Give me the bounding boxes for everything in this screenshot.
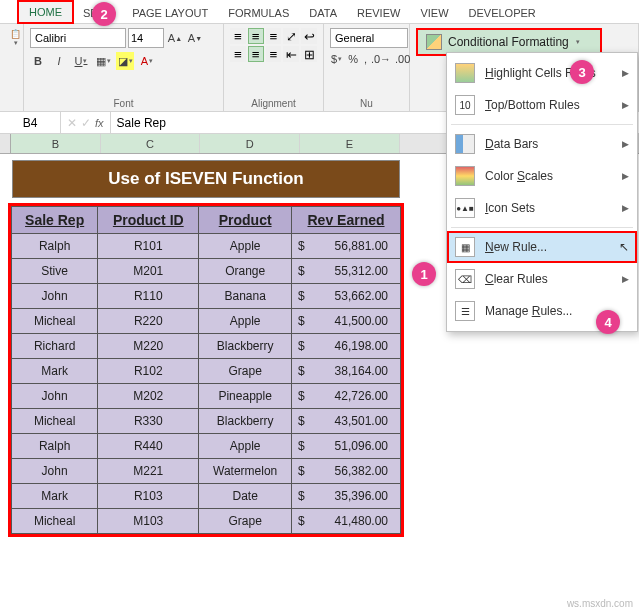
cell-revenue[interactable]: $56,881.00 (292, 234, 401, 259)
cell[interactable]: Ralph (12, 434, 98, 459)
decrease-indent-button[interactable]: ⇤ (283, 46, 299, 62)
table-row[interactable]: MarkR103Date$35,396.00 (12, 484, 401, 509)
paste-button[interactable]: 📋▾ (6, 28, 24, 68)
cell-revenue[interactable]: $35,396.00 (292, 484, 401, 509)
cell[interactable]: M201 (98, 259, 199, 284)
col-header-c[interactable]: C (101, 134, 201, 153)
table-row[interactable]: MichealR220Apple$41,500.00 (12, 309, 401, 334)
cell-revenue[interactable]: $56,382.00 (292, 459, 401, 484)
increase-decimal-button[interactable]: .0→ (372, 50, 390, 68)
tab-developer[interactable]: DEVELOPER (459, 3, 546, 23)
cell[interactable]: Date (199, 484, 292, 509)
font-size-select[interactable] (128, 28, 164, 48)
merge-button[interactable]: ⊞ (301, 46, 317, 62)
cell[interactable]: Pineapple (199, 384, 292, 409)
tab-data[interactable]: DATA (299, 3, 347, 23)
font-color-button[interactable]: A▾ (138, 52, 156, 70)
tab-view[interactable]: VIEW (410, 3, 458, 23)
border-button[interactable]: ▦▾ (94, 52, 112, 70)
cell[interactable]: Micheal (12, 309, 98, 334)
tab-home[interactable]: HOME (18, 1, 73, 23)
enter-icon[interactable]: ✓ (81, 116, 91, 130)
italic-button[interactable]: I (50, 52, 68, 70)
table-row[interactable]: StiveM201Orange$55,312.00 (12, 259, 401, 284)
align-bottom-button[interactable]: ≡ (266, 28, 282, 44)
cell[interactable]: Micheal (12, 509, 98, 534)
cell[interactable]: Ralph (12, 234, 98, 259)
menu-color-scales[interactable]: Color Scales ▶ (447, 160, 637, 192)
cell[interactable]: Stive (12, 259, 98, 284)
menu-data-bars[interactable]: Data Bars ▶ (447, 128, 637, 160)
cell[interactable]: R101 (98, 234, 199, 259)
cell[interactable]: R440 (98, 434, 199, 459)
cell[interactable]: Blackberry (199, 334, 292, 359)
align-top-button[interactable]: ≡ (230, 28, 246, 44)
table-row[interactable]: RalphR101Apple$56,881.00 (12, 234, 401, 259)
menu-highlight-rules[interactable]: Highlight Cells Rules ▶ (447, 57, 637, 89)
select-all-corner[interactable] (0, 134, 11, 153)
cell[interactable]: John (12, 384, 98, 409)
cell[interactable]: Apple (199, 309, 292, 334)
cell[interactable]: Apple (199, 434, 292, 459)
cell[interactable]: Banana (199, 284, 292, 309)
col-header-b[interactable]: B (11, 134, 101, 153)
table-row[interactable]: RalphR440Apple$51,096.00 (12, 434, 401, 459)
cell[interactable]: John (12, 284, 98, 309)
cell-revenue[interactable]: $41,500.00 (292, 309, 401, 334)
font-name-select[interactable] (30, 28, 126, 48)
cell[interactable]: Blackberry (199, 409, 292, 434)
cell[interactable]: Mark (12, 484, 98, 509)
tab-review[interactable]: REVIEW (347, 3, 410, 23)
name-box[interactable] (0, 114, 60, 132)
currency-button[interactable]: $▾ (330, 50, 343, 68)
fill-color-button[interactable]: ◪▾ (116, 52, 134, 70)
cell[interactable]: Micheal (12, 409, 98, 434)
fx-icon[interactable]: fx (95, 117, 104, 129)
bold-button[interactable]: B (30, 53, 46, 69)
selected-range[interactable]: Sale Rep Product ID Product Rev Earned R… (11, 206, 401, 534)
menu-topbottom-rules[interactable]: 10 Top/Bottom Rules ▶ (447, 89, 637, 121)
cell[interactable]: R102 (98, 359, 199, 384)
align-middle-button[interactable]: ≡ (248, 28, 264, 44)
table-row[interactable]: MichealR330Blackberry$43,501.00 (12, 409, 401, 434)
menu-icon-sets[interactable]: ●▲■ Icon Sets ▶ (447, 192, 637, 224)
percent-button[interactable]: % (347, 50, 359, 68)
cell[interactable]: M202 (98, 384, 199, 409)
col-header-d[interactable]: D (200, 134, 300, 153)
number-format-select[interactable] (330, 28, 408, 48)
orientation-button[interactable]: ⤢ (283, 28, 299, 44)
table-row[interactable]: JohnM221Watermelon$56,382.00 (12, 459, 401, 484)
comma-button[interactable]: , (363, 50, 368, 68)
decrease-font-button[interactable]: A▼ (186, 29, 204, 47)
table-row[interactable]: RichardM220Blackberry$46,198.00 (12, 334, 401, 359)
cell-revenue[interactable]: $38,164.00 (292, 359, 401, 384)
cell-revenue[interactable]: $55,312.00 (292, 259, 401, 284)
menu-new-rule[interactable]: ▦ New Rule... ↖ (447, 231, 637, 263)
cell-revenue[interactable]: $42,726.00 (292, 384, 401, 409)
cell[interactable]: M103 (98, 509, 199, 534)
decrease-decimal-button[interactable]: .00 (394, 50, 411, 68)
cell-revenue[interactable]: $46,198.00 (292, 334, 401, 359)
align-right-button[interactable]: ≡ (266, 46, 282, 62)
tab-formulas[interactable]: FORMULAS (218, 3, 299, 23)
cell-revenue[interactable]: $41,480.00 (292, 509, 401, 534)
wrap-text-button[interactable]: ↩ (301, 28, 317, 44)
cell[interactable]: Apple (199, 234, 292, 259)
col-header-e[interactable]: E (300, 134, 400, 153)
cell[interactable]: R220 (98, 309, 199, 334)
cell[interactable]: John (12, 459, 98, 484)
align-center-button[interactable]: ≡ (248, 46, 264, 62)
table-row[interactable]: MarkR102Grape$38,164.00 (12, 359, 401, 384)
cell[interactable]: Watermelon (199, 459, 292, 484)
cell[interactable]: R330 (98, 409, 199, 434)
align-left-button[interactable]: ≡ (230, 46, 246, 62)
underline-button[interactable]: U▾ (72, 52, 90, 70)
cell-revenue[interactable]: $51,096.00 (292, 434, 401, 459)
cell[interactable]: Orange (199, 259, 292, 284)
cell[interactable]: Mark (12, 359, 98, 384)
menu-clear-rules[interactable]: ⌫ Clear Rules ▶ (447, 263, 637, 295)
cell[interactable]: Grape (199, 509, 292, 534)
increase-font-button[interactable]: A▲ (166, 29, 184, 47)
cell[interactable]: Richard (12, 334, 98, 359)
table-row[interactable]: MichealM103Grape$41,480.00 (12, 509, 401, 534)
